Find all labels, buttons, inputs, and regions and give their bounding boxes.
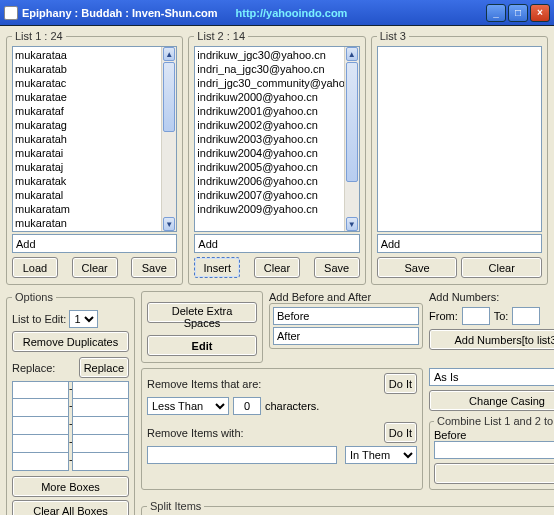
list3-save-button[interactable]: Save <box>377 257 458 278</box>
list2-save-button[interactable]: Save <box>314 257 360 278</box>
after-input[interactable] <box>273 327 419 345</box>
from-input[interactable] <box>462 307 490 325</box>
list-item[interactable]: mukarataj <box>15 160 174 174</box>
replace-cell[interactable] <box>12 399 69 417</box>
list3-add-input[interactable] <box>377 234 542 253</box>
close-button[interactable]: × <box>530 4 550 22</box>
list-item[interactable]: mukaratah <box>15 132 174 146</box>
replace-cell[interactable] <box>72 435 129 453</box>
change-casing-button[interactable]: Change Casing <box>429 390 554 411</box>
list1-clear-button[interactable]: Clear <box>72 257 118 278</box>
list1-save-button[interactable]: Save <box>131 257 177 278</box>
replace-cell[interactable] <box>12 381 69 399</box>
replace-cell[interactable] <box>72 417 129 435</box>
scroll-up-icon[interactable]: ▲ <box>163 47 175 61</box>
list1-add-input[interactable] <box>12 234 177 253</box>
list3-legend: List 3 <box>377 30 409 42</box>
list-item[interactable]: mukaratan <box>15 216 174 230</box>
casing-select[interactable]: As Is <box>429 368 554 386</box>
replace-grid: - - - - - <box>12 381 129 471</box>
to-label: To: <box>494 310 509 322</box>
list-item[interactable]: indrikuw2003@yahoo.cn <box>197 132 356 146</box>
list-item[interactable]: indrikuw2001@yahoo.cn <box>197 104 356 118</box>
replace-cell[interactable] <box>12 435 69 453</box>
list2-add-input[interactable] <box>194 234 359 253</box>
list1-load-button[interactable]: Load <box>12 257 58 278</box>
col-before: Before <box>434 429 466 441</box>
edit-button[interactable]: Edit <box>147 335 257 356</box>
scroll-down-icon[interactable]: ▼ <box>346 217 358 231</box>
list-item[interactable]: indri_jgc30_community@yahoo <box>197 76 356 90</box>
list-to-edit-select[interactable]: 1 <box>69 310 98 328</box>
window-url: http://yahooindo.com <box>236 7 348 19</box>
delete-extra-spaces-button[interactable]: Delete Extra Spaces <box>147 302 257 323</box>
list-item[interactable]: mukaratag <box>15 118 174 132</box>
list-item[interactable]: mukarataa <box>15 48 174 62</box>
scroll-down-icon[interactable]: ▼ <box>163 217 175 231</box>
list-item[interactable]: mukaratal <box>15 188 174 202</box>
combine-group: Combine List 1 and 2 to 3 Before Between… <box>429 415 554 490</box>
list2-clear-button[interactable]: Clear <box>254 257 300 278</box>
remove-with-label: Remove Items with: <box>147 427 244 439</box>
compare-select[interactable]: Less Than <box>147 397 229 415</box>
list1-group: List 1 : 24 mukarataamukaratabmukaratacm… <box>6 30 183 285</box>
combine-before-input[interactable] <box>434 441 554 459</box>
list2-scrollbar[interactable]: ▲ ▼ <box>344 47 359 231</box>
list-item[interactable]: indrikuw2006@yahoo.cn <box>197 174 356 188</box>
list-item[interactable]: indrikuw2004@yahoo.cn <box>197 146 356 160</box>
list-item[interactable]: indrikuw2007@yahoo.cn <box>197 188 356 202</box>
list-item[interactable]: mukaratab <box>15 62 174 76</box>
maximize-button[interactable]: □ <box>508 4 528 22</box>
list-item[interactable]: mukaratam <box>15 202 174 216</box>
replace-cell[interactable] <box>72 399 129 417</box>
replace-cell[interactable] <box>72 381 129 399</box>
before-input[interactable] <box>273 307 419 325</box>
split-items-group: Split Items Split At: Add to List 3: Bef… <box>141 500 554 515</box>
list-item[interactable]: indrikuw_jgc30@yahoo.cn <box>197 48 356 62</box>
add-numbers-button[interactable]: Add Numbers[to list3] <box>429 329 554 350</box>
scroll-thumb[interactable] <box>163 62 175 132</box>
combine-legend: Combine List 1 and 2 to 3 <box>434 415 554 427</box>
list-item[interactable]: mukaratai <box>15 146 174 160</box>
list-item[interactable]: mukaratac <box>15 76 174 90</box>
aba-label: Add Before and After <box>269 291 423 303</box>
scroll-up-icon[interactable]: ▲ <box>346 47 358 61</box>
list-item[interactable]: indrikuw2002@yahoo.cn <box>197 118 356 132</box>
list3-group: List 3 Save Clear <box>371 30 548 285</box>
replace-cell[interactable] <box>12 453 69 471</box>
window-title: Epiphany : Buddah : Inven-Shun.com <box>22 7 218 19</box>
list-item[interactable]: indrikuw2005@yahoo.cn <box>197 160 356 174</box>
replace-cell[interactable] <box>12 417 69 435</box>
char-count-input[interactable] <box>233 397 261 415</box>
remove-with-input[interactable] <box>147 446 337 464</box>
list1-legend: List 1 : 24 <box>12 30 66 42</box>
list2-box[interactable]: indrikuw_jgc30@yahoo.cnindri_na_jgc30@ya… <box>194 46 359 232</box>
replace-cell[interactable] <box>72 453 129 471</box>
scroll-thumb[interactable] <box>346 62 358 182</box>
list-item[interactable]: mukarataf <box>15 104 174 118</box>
do-it-button-1[interactable]: Do It <box>384 373 417 394</box>
minimize-button[interactable]: _ <box>486 4 506 22</box>
do-it-button-2[interactable]: Do It <box>384 422 417 443</box>
in-them-select[interactable]: In Them <box>345 446 417 464</box>
list-item[interactable]: mukaratak <box>15 174 174 188</box>
list-item[interactable]: indrikuw2009@yahoo.cn <box>197 202 356 216</box>
list1-box[interactable]: mukarataamukaratabmukaratacmukarataemuka… <box>12 46 177 232</box>
options-group: Options List to Edit: 1 Remove Duplicate… <box>6 291 135 515</box>
list-to-edit-label: List to Edit: <box>12 313 66 325</box>
combine-button[interactable]: Combine <box>434 463 554 484</box>
remove-duplicates-button[interactable]: Remove Duplicates <box>12 331 129 352</box>
more-boxes-button[interactable]: More Boxes <box>12 476 129 497</box>
list1-scrollbar[interactable]: ▲ ▼ <box>161 47 176 231</box>
list-item[interactable]: mukaratae <box>15 90 174 104</box>
list2-insert-button[interactable]: Insert <box>194 257 240 278</box>
to-input[interactable] <box>512 307 540 325</box>
aba-group <box>269 303 423 349</box>
list3-clear-button[interactable]: Clear <box>461 257 542 278</box>
clear-all-boxes-button[interactable]: Clear All Boxes <box>12 500 129 515</box>
replace-button[interactable]: Replace <box>79 357 129 378</box>
list-item[interactable]: indrikuw2000@yahoo.cn <box>197 90 356 104</box>
list2-legend: List 2 : 14 <box>194 30 248 42</box>
list-item[interactable]: indri_na_jgc30@yahoo.cn <box>197 62 356 76</box>
list3-box[interactable] <box>377 46 542 232</box>
